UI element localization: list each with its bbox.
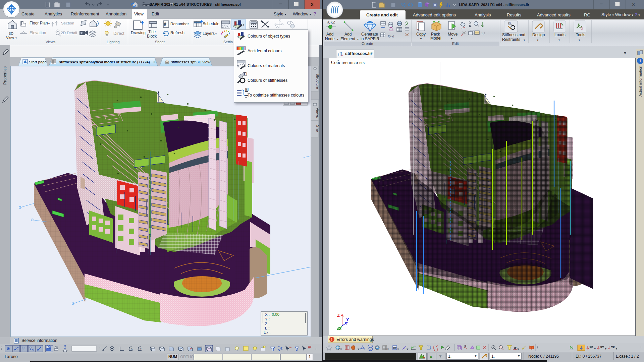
svg-text:Floor Plan: Floor Plan xyxy=(30,21,48,25)
svg-text:3D: 3D xyxy=(9,32,13,36)
svg-text:Loads: Loads xyxy=(554,33,566,37)
svg-text:▾: ▾ xyxy=(605,347,606,350)
svg-text:Refresh: Refresh xyxy=(170,31,184,35)
svg-text:Title: Title xyxy=(148,29,156,34)
svg-text:Tools: Tools xyxy=(576,33,585,37)
svg-text:Y: Y xyxy=(346,317,349,322)
svg-text:Block: Block xyxy=(147,34,157,39)
svg-text:View: View xyxy=(6,36,14,40)
svg-text:Copy: Copy xyxy=(416,32,426,37)
svg-text:G: G xyxy=(581,27,583,30)
svg-text:Model: Model xyxy=(430,36,441,41)
svg-text:Move: Move xyxy=(448,32,458,37)
svg-text:▾: ▾ xyxy=(215,33,217,36)
svg-text:Views: Views xyxy=(316,108,319,118)
svg-text:stiffnesses.spf:Analytical mod: stiffnesses.spf:Analytical model of stru… xyxy=(59,60,150,64)
svg-text:She: She xyxy=(316,125,319,132)
svg-text:▾: ▾ xyxy=(420,37,422,40)
svg-text:EI: EI xyxy=(244,72,247,76)
svg-text:▾: ▾ xyxy=(594,347,596,350)
svg-text:To optimize stiffnesses colour: To optimize stiffnesses colours xyxy=(248,93,304,98)
svg-text:▾: ▾ xyxy=(357,38,359,41)
svg-text:▾: ▾ xyxy=(518,348,519,350)
svg-text:α: α xyxy=(514,346,516,350)
svg-text:Drawing: Drawing xyxy=(131,31,146,35)
svg-text:Colours of stiffnesses: Colours of stiffnesses xyxy=(248,78,287,83)
svg-text:Stiffness and: Stiffness and xyxy=(502,33,525,37)
svg-text:Add: Add xyxy=(326,32,333,37)
svg-text:X: X xyxy=(339,326,342,331)
svg-text:Edit: Edit xyxy=(452,42,459,46)
svg-text:▾: ▾ xyxy=(387,348,389,350)
svg-text:1,2: 1,2 xyxy=(481,32,485,35)
svg-text:in SAPFIR: in SAPFIR xyxy=(361,37,379,41)
svg-text:Start page: Start page xyxy=(29,60,47,64)
svg-text:№: № xyxy=(289,346,292,349)
svg-text:▾: ▾ xyxy=(48,22,50,25)
svg-text:▾: ▾ xyxy=(15,37,17,40)
svg-text:▾: ▾ xyxy=(397,348,399,350)
svg-text:▾: ▾ xyxy=(537,39,538,42)
svg-text:▾: ▾ xyxy=(558,39,560,42)
svg-text:X,Y,Z: X,Y,Z xyxy=(327,20,335,24)
svg-text:Direct: Direct xyxy=(113,31,124,36)
svg-text:Layers: Layers xyxy=(203,31,215,36)
svg-text:▾: ▾ xyxy=(358,348,359,350)
svg-text:stiffnesses.spf:3D view: stiffnesses.spf:3D view xyxy=(171,60,210,64)
svg-text:21: 21 xyxy=(341,54,343,56)
svg-text:Z: Z xyxy=(337,313,340,318)
svg-text:Y: Y xyxy=(140,347,142,350)
svg-text:YZ: YZ xyxy=(611,346,614,349)
svg-text:▾: ▾ xyxy=(524,39,525,42)
svg-text:▾: ▾ xyxy=(243,23,244,26)
svg-text:Structure: Structure xyxy=(316,73,319,89)
svg-text:▾: ▾ xyxy=(616,347,617,350)
svg-text:2D Detail: 2D Detail xyxy=(61,31,77,35)
svg-text:XY: XY xyxy=(600,346,604,349)
svg-text:Node: Node xyxy=(325,37,335,41)
svg-text:#: # xyxy=(164,22,166,26)
svg-text:Add: Add xyxy=(344,32,352,37)
svg-text:▾: ▾ xyxy=(337,38,338,41)
svg-text:X: X xyxy=(131,347,133,350)
svg-text:Section: Section xyxy=(61,21,74,25)
svg-text:Renumber: Renumber xyxy=(170,21,189,26)
svg-text:Accidental colours: Accidental colours xyxy=(248,49,281,53)
svg-text:Restraints: Restraints xyxy=(502,37,520,42)
svg-text:Create: Create xyxy=(362,42,373,46)
svg-text:EI: EI xyxy=(508,22,511,25)
svg-text:Generate: Generate xyxy=(361,32,378,37)
svg-text:Schedule: Schedule xyxy=(203,21,219,26)
svg-text:Element: Element xyxy=(340,37,356,41)
svg-text:▾: ▾ xyxy=(451,37,452,40)
svg-text:▾: ▾ xyxy=(340,348,342,350)
svg-text:Elevation: Elevation xyxy=(30,31,46,35)
svg-text:▾: ▾ xyxy=(579,39,580,42)
svg-text:EF: EF xyxy=(393,347,396,350)
svg-text:✕: ✕ xyxy=(153,60,156,64)
svg-text:▾: ▾ xyxy=(407,348,408,350)
svg-text:EI: EI xyxy=(245,87,249,92)
svg-text:f(x,y): f(x,y) xyxy=(388,35,394,38)
svg-text:Colours of object types: Colours of object types xyxy=(248,34,290,39)
svg-text:Colours of materials: Colours of materials xyxy=(248,63,285,68)
svg-text:Design: Design xyxy=(532,33,545,37)
